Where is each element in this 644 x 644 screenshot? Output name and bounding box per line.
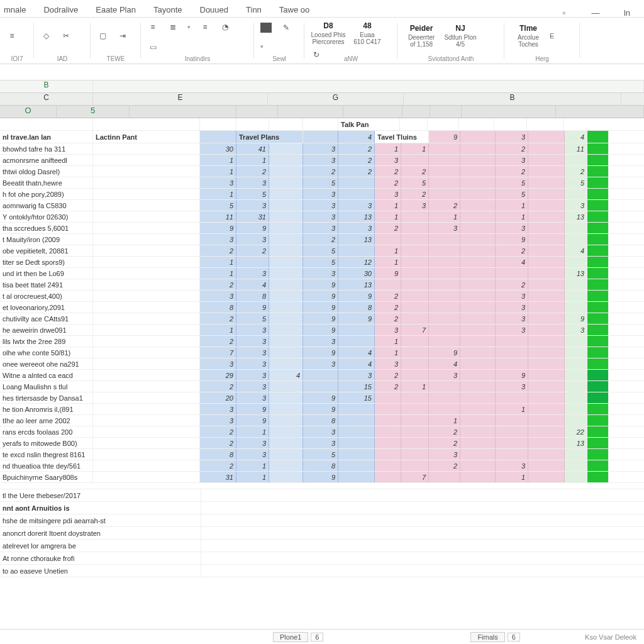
row-label: nnt aont Arnuitios is <box>0 502 201 514</box>
window-btn-icon[interactable]: ▫ <box>557 8 571 17</box>
data-row[interactable]: yerafs to mitowede B00)233213 <box>0 438 644 449</box>
row-label: rans ercds foolaas 200 <box>0 426 93 437</box>
row-label: lils Iwtx the 2ree 289 <box>0 336 93 347</box>
data-row[interactable]: te excd nslin thegrest 81618353 <box>0 449 644 460</box>
row-label: tIhe ao leer arne 2002 <box>0 415 93 426</box>
data-row[interactable]: Beeatit thatn,hewre3352555 <box>0 177 644 189</box>
data-row[interactable]: bhowhd tafre ha 31130413211211 <box>0 143 644 155</box>
row-label: he aeweirin drwe091 <box>0 325 93 335</box>
col-header-3[interactable]: O 5 <box>0 106 644 118</box>
tab-view[interactable]: Tawe oo <box>279 3 309 17</box>
row-label: anoncrt dorerit Itoent doystraten <box>0 527 201 539</box>
data-row[interactable]: aomnwarig fa C5830533313213 <box>0 200 644 211</box>
section-header: Tavel Tluins <box>375 131 429 143</box>
ribbon-tabs: mnale Dodralive Eaate Plan Tayonte Douue… <box>0 0 644 18</box>
data-row[interactable]: thtwi oldog Dasrel)12222222 <box>0 166 644 177</box>
data-row[interactable]: Witne a alnted ca eacd29343239 <box>0 370 644 381</box>
data-row[interactable]: olhe whe conte 50/81)739419 <box>0 347 644 358</box>
data-row[interactable]: titer se Dedt spors9)151214 <box>0 257 644 268</box>
row-label: acmonrsrne anifteedl <box>0 155 93 165</box>
data-row[interactable]: onee wereeot ohe na291333434 <box>0 358 644 370</box>
ribbon-big-1[interactable]: D8 Loosed PhisPiercoreres <box>311 21 346 45</box>
text-row[interactable] <box>0 483 644 489</box>
tab-review[interactable]: Tinn <box>246 3 262 17</box>
section-header: Travel Plans <box>236 131 303 143</box>
data-row[interactable]: he tion Anromris il,(8913991 <box>0 404 644 415</box>
data-row[interactable]: obe vepitietelt, 20881225124 <box>0 245 644 257</box>
align-center-icon[interactable]: ≣ <box>167 21 179 33</box>
data-row[interactable]: Bpuichinyrne Saary808s311971 <box>0 472 644 483</box>
data-row[interactable]: rans ercds foolaas 200213222 <box>0 426 644 438</box>
eraser-icon[interactable]: ▭ <box>147 42 158 53</box>
data-row[interactable]: nd thueatioa thte dey/56121823 <box>0 460 644 472</box>
tab-insert[interactable]: Eaate Plan <box>96 3 136 17</box>
group-label: Herg <box>511 55 574 62</box>
maximize-icon[interactable]: ln <box>620 8 634 17</box>
group-label: IAD <box>40 55 84 62</box>
formula-bar[interactable] <box>0 64 644 80</box>
row-label: tha sccredues 5,6001 <box>0 223 93 233</box>
status-bar: Plone1 6 Fimals 6 Kso Vsar Deleok <box>0 629 644 644</box>
data-row[interactable]: he aeweirin drwe0911393733 <box>0 325 644 336</box>
indent-icon[interactable]: ⇥ <box>117 30 128 42</box>
data-row[interactable]: et loveonariory,2091899823 <box>0 302 644 313</box>
row-label: Witne a alnted ca eacd <box>0 370 93 380</box>
row-label: Bpuichinyrne Saary808s <box>0 472 93 482</box>
group-label: IOI7 <box>6 55 28 62</box>
data-row[interactable]: acmonrsrne anifteedl113233 <box>0 155 644 166</box>
ribbon-big-3[interactable]: Peider Deeerrterof 1,158 <box>404 24 439 48</box>
format-painter-icon[interactable]: ✎ <box>280 22 292 33</box>
data-row[interactable]: t Mauity/iron (2009332139 <box>0 234 644 245</box>
row-label: tl the Uere thebeser/2017 <box>0 489 201 501</box>
data-row[interactable]: tisa beet ttatel 2491249132 <box>0 279 644 291</box>
row-label: hshe de mitsingere pdi aearrah-st <box>0 514 201 526</box>
group-label: Sewl <box>260 55 298 62</box>
tab-layout[interactable]: Tayonte <box>153 3 182 17</box>
data-row[interactable]: lils Iwtx the 2ree 2892331 <box>0 336 644 347</box>
section-header: nl trave.lan lan <box>0 131 93 143</box>
row-label: aomnwarig fa C5830 <box>0 200 93 211</box>
sheet-tab[interactable]: Plone1 <box>273 632 308 642</box>
data-row[interactable]: tha sccredues 5,60019933233 <box>0 223 644 234</box>
tab-data[interactable]: Douued <box>200 3 229 17</box>
spreadsheet-grid[interactable]: Talk Pan nl trave.lan lan Lactinn Pant T… <box>0 118 644 591</box>
row-label: nd thueatioa thte dey/561 <box>0 460 93 471</box>
row-label: h fot ohe pory,2089) <box>0 189 93 199</box>
fill-icon[interactable] <box>260 23 272 33</box>
ribbon-big-2[interactable]: 48 Euaa610 C417 <box>350 21 385 45</box>
row-label: At ronne cthorauke frofi <box>0 552 201 564</box>
align-justify-icon[interactable]: ≡ <box>199 21 211 33</box>
minimize-icon[interactable]: — <box>589 8 602 17</box>
row-label: to ao easeve Unetien <box>0 565 201 577</box>
tab-home[interactable]: Dodralive <box>43 3 78 17</box>
tab-file[interactable]: mnale <box>4 3 26 17</box>
diamond-icon[interactable]: ◇ <box>40 30 52 42</box>
status-right: Kso Vsar Deleok <box>585 633 636 641</box>
clipboard-icon[interactable]: ▢ <box>97 30 108 42</box>
row-label: obe vepitietelt, 20881 <box>0 245 93 256</box>
group-label: TEWE <box>97 55 135 62</box>
row-label: titer se Dedt spors9) <box>0 257 93 267</box>
ribbon-big-4[interactable]: NJ Sdtlun Plon4/5 <box>443 24 478 48</box>
align-left-icon[interactable]: ≡ <box>147 21 158 33</box>
data-row[interactable]: und irt then be Lo6913330913 <box>0 268 644 279</box>
paint-icon[interactable]: ◔ <box>219 21 231 33</box>
row-label: Loang Maulishn s tlul <box>0 381 93 392</box>
col-header-1: B <box>0 80 644 93</box>
row-label: onee wereeot ohe na291 <box>0 358 93 369</box>
sheet-tab[interactable]: Fimals <box>470 632 504 642</box>
row-label: olhe whe conte 50/81) <box>0 347 93 358</box>
ribbon-big-5[interactable]: Tlme ArcolueToches <box>511 24 546 48</box>
row-label: atelrevet lor amgrera be <box>0 540 201 552</box>
data-row[interactable]: h fot ohe pory,2089)153325 <box>0 189 644 200</box>
data-row[interactable]: t al orocreuest,400)389923 <box>0 291 644 302</box>
status-value: 6 <box>311 633 323 641</box>
row-label: et loveonariory,2091 <box>0 302 93 313</box>
data-row[interactable]: Y ontokly/htor 02630)113131311113 <box>0 211 644 223</box>
data-row[interactable]: Loang Maulishn s tlul2315213 <box>0 381 644 392</box>
scissors-icon[interactable]: ✂ <box>60 30 72 42</box>
align-left-icon[interactable]: ≡ <box>6 30 18 42</box>
data-row[interactable]: chutivilty ace CAtts912599239 <box>0 313 644 325</box>
data-row[interactable]: tIhe ao leer arne 20023981 <box>0 415 644 426</box>
data-row[interactable]: hes tirtersasde by Dansa1203915 <box>0 392 644 404</box>
